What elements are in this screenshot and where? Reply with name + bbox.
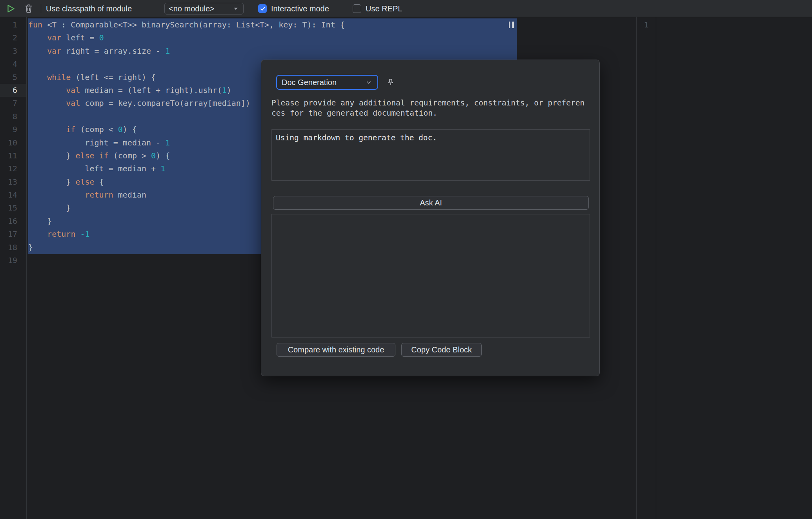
code-line: var right = array.size - 1 <box>28 45 345 58</box>
classpath-label: Use classpath of module <box>46 0 132 17</box>
editor-gutter: 12345678910111213141516171819 <box>0 17 27 519</box>
ide-window: Use classpath of module <no module> Inte… <box>0 0 812 519</box>
check-icon <box>260 6 266 12</box>
ask-ai-button[interactable]: Ask AI <box>273 196 589 210</box>
line-number: 6 <box>0 84 26 97</box>
chevron-down-icon <box>232 5 239 12</box>
line-number: 11 <box>0 149 26 162</box>
line-number: 7 <box>0 97 26 110</box>
interactive-mode-checkbox[interactable] <box>258 4 267 13</box>
line-number: 15 <box>0 201 26 214</box>
mode-dropdown[interactable]: Doc Generation <box>276 75 378 90</box>
line-number: 8 <box>0 110 26 123</box>
line-number: 3 <box>0 45 26 58</box>
line-numbers: 12345678910111213141516171819 <box>0 18 26 267</box>
line-number: 5 <box>0 71 26 84</box>
line-number: 9 <box>0 123 26 136</box>
run-button[interactable] <box>5 0 16 17</box>
line-number: 10 <box>0 136 26 149</box>
pin-icon <box>386 78 395 87</box>
use-repl-checkbox[interactable] <box>353 4 361 13</box>
pin-button[interactable] <box>385 76 397 88</box>
mode-dropdown-value: Doc Generation <box>282 78 365 87</box>
module-dropdown-value: <no module> <box>169 4 232 13</box>
line-number: 4 <box>0 58 26 71</box>
run-icon <box>5 4 16 14</box>
line-number: 18 <box>0 241 26 254</box>
generated-output-area <box>271 214 590 338</box>
chevron-down-icon <box>365 78 373 86</box>
code-line: fun <T : Comparable<T>> binarySearch(arr… <box>28 18 345 31</box>
trash-icon <box>24 4 34 14</box>
code-line: var left = 0 <box>28 31 345 44</box>
line-number: 17 <box>0 228 26 241</box>
clear-button[interactable] <box>24 0 34 17</box>
line-number: 14 <box>0 189 26 201</box>
copy-code-block-button[interactable]: Copy Code Block <box>401 343 482 357</box>
line-number: 1 <box>0 18 26 31</box>
doc-generation-dialog: Doc Generation Please provide any additi… <box>261 60 600 376</box>
pause-icon[interactable] <box>509 22 514 28</box>
split-divider[interactable] <box>636 17 637 519</box>
module-dropdown[interactable]: <no module> <box>164 3 244 15</box>
toolbar-separator <box>41 4 41 13</box>
run-toolbar: Use classpath of module <no module> Inte… <box>0 0 812 17</box>
line-number: 2 <box>0 31 26 44</box>
requirements-input[interactable]: Using markdown to generate the doc. <box>271 129 590 181</box>
line-number: 16 <box>0 215 26 228</box>
use-repl-label: Use REPL <box>366 4 402 13</box>
compare-button[interactable]: Compare with existing code <box>277 343 395 357</box>
line-number: 12 <box>0 162 26 175</box>
line-number: 13 <box>0 176 26 189</box>
right-pane-line-number: 1 <box>637 18 656 31</box>
line-number: 19 <box>0 254 26 267</box>
right-gutter-divider <box>656 17 656 519</box>
interactive-mode-label: Interactive mode <box>271 4 329 13</box>
dialog-description: Please provide any additional requiremen… <box>271 98 593 118</box>
